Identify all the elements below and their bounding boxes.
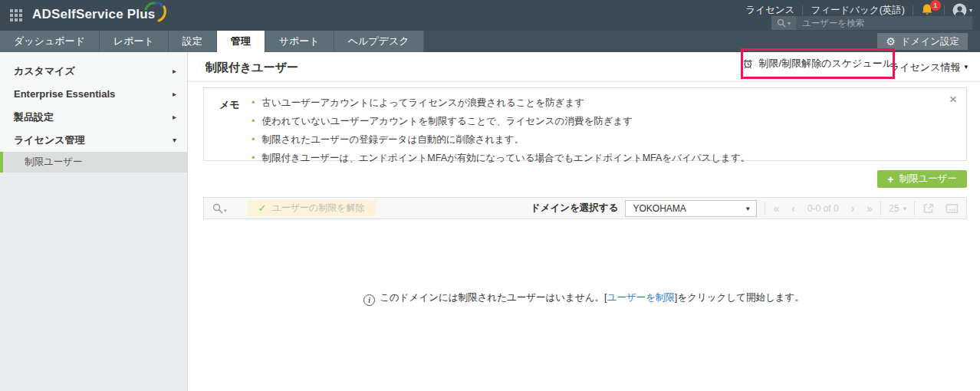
admin-sidebar: カスタマイズ ▸ Enterprise Essentials ▸ 製品設定 ▸ … [0,52,188,391]
logo-swoosh-icon [143,0,169,26]
memo-bullet: 制限付きユーザーは、エンドポイントMFAが有効になっている場合でもエンドポイント… [252,149,750,167]
sidebar-background [0,172,187,391]
pagination-range: 0-0 of 0 [807,203,839,214]
first-page-button[interactable]: « [773,202,779,215]
sidebar-spacer [0,52,187,60]
user-search-box: ▾ [771,16,972,30]
empty-state-text: このドメインには制限されたユーザーはいません。[ [380,292,607,303]
chevron-down-icon: ▾ [788,20,791,27]
tab-admin[interactable]: 管理 [217,31,265,52]
sidebar-item-label: Enterprise Essentials [14,88,115,100]
annotation-highlight-box: 制限/制限解除のスケジュール [741,48,895,79]
empty-state-message: このドメインには制限されたユーザーはいません。[ユーザーを制限]をクリックして開… [188,291,980,306]
sidebar-subitem-restricted-users[interactable]: 制限ユーザー [0,152,187,172]
check-icon: ✓ [258,202,267,214]
memo-bullet-list: 古いユーザーアカウントによってライセンスが浪費されることを防ぎます 使われていな… [252,94,750,167]
divider [914,202,915,215]
sidebar-item-customize[interactable]: カスタマイズ ▸ [0,60,187,83]
page-size-value: 25 [889,203,899,214]
memo-note-box: メモ 古いユーザーアカウントによってライセンスが浪費されることを防ぎます 使われ… [203,87,967,161]
notification-badge: 1 [930,0,941,11]
app-grid-icon[interactable] [10,9,22,25]
memo-bullet: 制限されたユーザーの登録データは自動的に削除されます。 [252,130,750,149]
pagination-controls: « ‹ 0-0 of 0 › » [773,202,873,215]
search-icon [777,18,786,28]
domain-select-value: YOKOHAMA [633,203,686,214]
divider [880,202,881,215]
arrow-right-icon: ▸ [173,60,176,83]
sidebar-item-label: 製品設定 [14,111,54,123]
restrict-users-link[interactable]: ユーザーを制限 [607,292,674,303]
restrict-users-button-label: 制限ユーザー [899,172,957,186]
chevron-down-icon: ▾ [903,205,906,212]
memo-bullet: 使われていないユーザーアカウントを制限することで、ライセンスの消費を防ぎます [252,112,750,130]
chevron-down-icon: ▾ [746,205,750,212]
tab-helpdesk[interactable]: ヘルプデスク [334,31,424,52]
domain-settings-button[interactable]: ⚙ ドメイン設定 [877,33,968,50]
main-content: 制限付きユーザー ライセンス情報 ▾ メモ 古いユーザーアカウントによってライセ… [188,52,980,391]
search-scope-button[interactable]: ▾ [771,16,796,30]
chevron-down-icon: ▾ [964,52,968,82]
arrow-right-icon: ▸ [173,83,176,106]
divider [944,5,945,15]
memo-bullet: 古いユーザーアカウントによってライセンスが浪費されることを防ぎます [252,94,750,112]
header-utility-links: ライセンス フィードバック(英語) 1 ▾ [745,2,972,18]
release-restriction-button-disabled[interactable]: ✓ ユーザーの制限を解除 [248,200,376,216]
license-link[interactable]: ライセンス [745,4,794,17]
sidebar-item-label: カスタマイズ [14,65,75,77]
license-info-label: ライセンス情報 [890,52,961,82]
close-icon[interactable]: × [949,93,957,106]
schedule-restriction-button[interactable]: 制限/制限解除のスケジュール [759,57,893,71]
chevron-down-icon: ▾ [224,208,227,214]
arrow-right-icon: ▸ [173,106,176,129]
table-toolbar: ▾ ✓ ユーザーの制限を解除 ドメインを選択する YOKOHAMA ▾ « ‹ … [203,197,967,219]
user-menu[interactable]: ▾ [952,3,972,18]
toolbar-right-icons [922,202,959,214]
plus-icon: + [887,174,893,185]
license-info-dropdown[interactable]: ライセンス情報 ▾ [890,52,968,82]
restrict-users-button[interactable]: + 制限ユーザー [877,170,967,188]
schedule-clock-icon [743,58,753,70]
next-page-button[interactable]: › [851,202,855,215]
page-size-select[interactable]: 25 ▾ [889,203,906,214]
release-restriction-label: ユーザーの制限を解除 [271,202,364,215]
chevron-down-icon: ▾ [173,129,176,152]
divider [765,202,765,215]
memo-label: メモ [219,98,240,112]
adselfservice-plus-app: ADSelfService Plus ライセンス フィードバック(英語) 1 [0,0,980,391]
page-title: 制限付きユーザー [206,52,298,82]
sidebar-item-license-management[interactable]: ライセンス管理 ▾ [0,129,187,152]
prev-page-button[interactable]: ‹ [791,202,795,215]
notification-bell-icon[interactable]: 1 [921,3,936,17]
tab-support[interactable]: サポート [265,31,334,52]
sidebar-item-product-settings[interactable]: 製品設定 ▸ [0,106,187,129]
product-logo: ADSelfService Plus [32,7,155,22]
last-page-button[interactable]: » [867,202,873,215]
gear-icon: ⚙ [886,36,896,47]
domain-select[interactable]: YOKOHAMA ▾ [625,200,757,217]
search-icon [212,203,223,214]
info-icon [363,294,375,306]
export-icon[interactable] [922,202,935,214]
column-chooser-icon[interactable] [945,203,959,214]
chevron-down-icon: ▾ [969,7,972,14]
user-avatar-icon [952,3,967,18]
divider [802,5,803,15]
divider [913,5,913,15]
domain-settings-label: ドメイン設定 [901,35,959,48]
sidebar-item-label: ライセンス管理 [14,134,85,146]
table-search-button[interactable]: ▾ [212,203,227,214]
feedback-link[interactable]: フィードバック(英語) [811,4,905,17]
tab-configuration[interactable]: 設定 [169,31,217,52]
domain-select-label: ドメインを選択する [531,202,619,215]
top-header-bar: ADSelfService Plus ライセンス フィードバック(英語) 1 [0,0,980,31]
tab-reports[interactable]: レポート [100,31,169,52]
empty-state-text: ]をクリックして開始します。 [675,292,804,303]
search-input[interactable] [796,16,972,30]
sidebar-item-enterprise-essentials[interactable]: Enterprise Essentials ▸ [0,83,187,106]
tab-dashboard[interactable]: ダッシュボード [0,31,100,52]
